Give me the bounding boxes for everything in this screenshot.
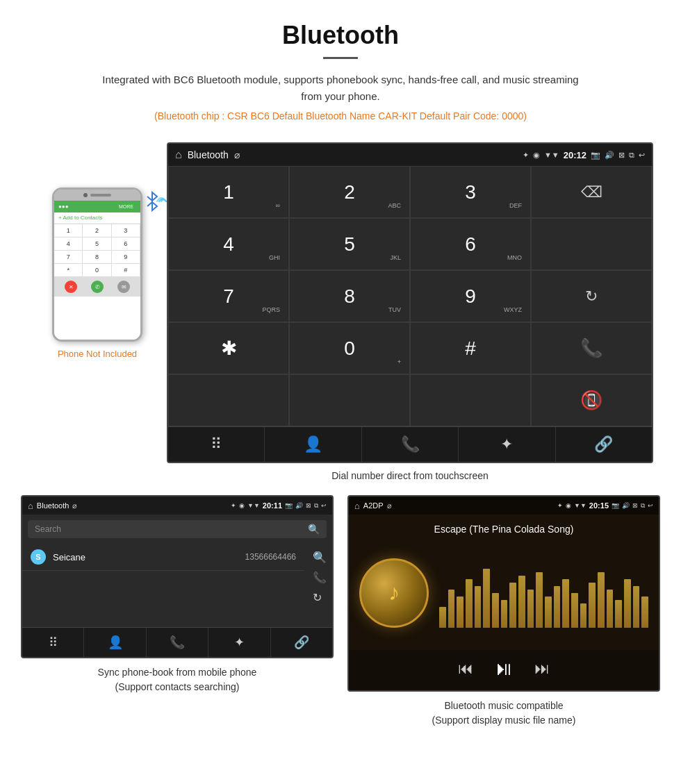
dial-key-8[interactable]: 8 TUV — [289, 270, 410, 322]
signal-icon: ▼▼ — [544, 151, 559, 159]
music-cam-icon: 📷 — [612, 502, 619, 509]
screen-title: Bluetooth — [188, 149, 229, 160]
skip-back-button[interactable]: ⏮ — [458, 660, 473, 678]
back-icon[interactable]: ↩ — [639, 151, 645, 160]
eq-bar — [439, 607, 446, 628]
play-pause-button[interactable]: ⏯ — [494, 657, 514, 680]
eq-bar — [492, 593, 499, 628]
music-screen-title: A2DP — [363, 501, 384, 510]
dialpad-nav-button[interactable]: ⠿ — [168, 427, 265, 462]
pb-home-icon[interactable]: ⌂ — [28, 501, 33, 511]
refresh-button[interactable]: ↻ — [531, 270, 652, 322]
dial-key-3[interactable]: 3 DEF — [410, 166, 531, 218]
music-close-icon: ⊠ — [632, 502, 638, 509]
music-status-bar: ⌂ A2DP ⌀ ✦ ◉ ▼▼ 20:15 📷 🔊 ⊠ ⧉ ↩ — [349, 497, 659, 515]
eq-bar — [518, 576, 525, 628]
dial-key-7[interactable]: 7 PQRS — [168, 270, 289, 322]
music-back-icon[interactable]: ↩ — [648, 502, 653, 509]
bluetooth-status-icon: ✦ — [523, 151, 529, 160]
pb-cam-icon: 📷 — [285, 502, 293, 509]
call-green-icon: 📞 — [580, 337, 602, 359]
phone-screen: ●●● MORE + Add to Contacts 1 2 3 4 5 6 7… — [54, 201, 140, 340]
phone-container: ●●● MORE + Add to Contacts 1 2 3 4 5 6 7… — [28, 142, 167, 359]
eq-bar — [615, 600, 622, 628]
music-home-icon[interactable]: ⌂ — [354, 501, 360, 511]
music-bt-icon: ✦ — [557, 502, 563, 509]
music-vol-icon: 🔊 — [622, 502, 630, 509]
status-right: ✦ ◉ ▼▼ 20:12 📷 🔊 ⊠ ⧉ ↩ — [523, 150, 645, 160]
pb-dialpad-button[interactable]: ⠿ — [22, 628, 84, 657]
contact-name: Seicane — [53, 552, 238, 562]
eq-bar — [624, 579, 631, 628]
music-main-area: ♪ — [349, 539, 659, 650]
dial-key-2[interactable]: 2 ABC — [289, 166, 410, 218]
bluetooth-nav-button[interactable]: ✦ — [459, 427, 555, 462]
pb-loc-icon: ◉ — [239, 502, 245, 509]
home-icon[interactable]: ⌂ — [175, 149, 182, 161]
phone-voicemail-button: ✉ — [117, 281, 130, 293]
dial-key-hash[interactable]: # — [410, 322, 531, 374]
phone-speaker-icon — [90, 194, 111, 197]
pb-contacts-button[interactable]: 👤 — [84, 628, 146, 657]
pb-search-side-icon[interactable]: 🔍 — [313, 551, 327, 564]
pb-phone-side-icon[interactable]: 📞 — [313, 571, 327, 584]
svg-line-1 — [147, 197, 152, 201]
dial-key-4[interactable]: 4 GHI — [168, 218, 289, 270]
eq-bar — [633, 586, 640, 628]
page-header: Bluetooth Integrated with BC6 Bluetooth … — [0, 0, 681, 142]
pb-back-icon[interactable]: ↩ — [321, 502, 327, 509]
pb-bt-icon: ✦ — [231, 502, 236, 509]
dial-key-9[interactable]: 9 WXYZ — [410, 270, 531, 322]
contact-phone: 13566664466 — [245, 552, 296, 562]
end-call-button[interactable]: 📵 — [531, 374, 652, 426]
dial-key-6[interactable]: 6 MNO — [410, 218, 531, 270]
eq-bar — [501, 600, 508, 628]
phonebook-side-icons: 🔍 📞 ↻ — [313, 547, 327, 608]
pb-status-left: ⌂ Bluetooth ⌀ — [28, 501, 77, 511]
eq-bar — [483, 569, 490, 628]
contacts-nav-button[interactable]: 👤 — [265, 427, 361, 462]
delete-icon: ⌫ — [581, 183, 602, 201]
main-screen-section: ●●● MORE + Add to Contacts 1 2 3 4 5 6 7… — [0, 142, 681, 495]
person-icon: 👤 — [304, 435, 322, 453]
phone-not-included-label: Phone Not Included — [58, 349, 137, 359]
pb-refresh-side-icon[interactable]: ↻ — [313, 591, 327, 604]
dial-key-1[interactable]: 1 ∞ — [168, 166, 289, 218]
dial-key-5[interactable]: 5 JKL — [289, 218, 410, 270]
bluetooth-nav-icon: ✦ — [500, 435, 513, 453]
phone-nav-button[interactable]: 📞 — [362, 427, 459, 462]
dial-key-0[interactable]: 0 + — [289, 322, 410, 374]
page-description: Integrated with BC6 Bluetooth module, su… — [97, 72, 584, 105]
link-nav-button[interactable]: 🔗 — [556, 427, 652, 462]
phonebook-screen: ⌂ Bluetooth ⌀ ✦ ◉ ▼▼ 20:11 📷 🔊 ⊠ ⧉ ↩ — [21, 495, 334, 658]
eq-bar — [589, 583, 596, 628]
pb-status-right: ✦ ◉ ▼▼ 20:11 📷 🔊 ⊠ ⧉ ↩ — [231, 501, 327, 510]
call-button[interactable]: 📞 — [531, 322, 652, 374]
pb-close-icon: ⊠ — [306, 502, 311, 509]
music-status-right: ✦ ◉ ▼▼ 20:15 📷 🔊 ⊠ ⧉ ↩ — [557, 501, 653, 510]
head-unit-screen: ⌂ Bluetooth ⌀ ✦ ◉ ▼▼ 20:12 📷 🔊 ⊠ ⧉ ↩ — [167, 142, 653, 463]
skip-forward-button[interactable]: ⏭ — [534, 660, 550, 678]
delete-button[interactable]: ⌫ — [531, 166, 652, 218]
phonebook-body: S Seicane 13566664466 🔍 📞 ↻ — [22, 544, 332, 627]
pb-phone-button[interactable]: 📞 — [147, 628, 208, 657]
phone-camera-icon — [83, 193, 88, 197]
dialpad-grid: 1 ∞ 2 ABC 3 DEF ⌫ 4 GHI — [168, 166, 652, 426]
phone-dialpad: 1 2 3 4 5 6 7 8 9 * 0 # — [54, 224, 140, 277]
contact-seicane[interactable]: S Seicane 13566664466 — [22, 544, 304, 571]
phonebook-search-bar[interactable]: Search 🔍 — [28, 520, 327, 538]
pb-vol-icon: 🔊 — [295, 502, 303, 509]
status-left: ⌂ Bluetooth ⌀ — [175, 149, 240, 161]
volume-icon: 🔊 — [605, 151, 614, 160]
refresh-icon: ↻ — [585, 287, 598, 306]
music-equalizer — [439, 558, 648, 628]
music-caption: Bluetooth music compatible (Support disp… — [347, 699, 660, 728]
pb-bt-button[interactable]: ✦ — [208, 628, 270, 657]
dial-key-star[interactable]: ✱ — [168, 322, 289, 374]
phonebook-status-bar: ⌂ Bluetooth ⌀ ✦ ◉ ▼▼ 20:11 📷 🔊 ⊠ ⧉ ↩ — [22, 497, 332, 515]
eq-bar — [554, 586, 561, 628]
end-call-icon: 📵 — [580, 390, 602, 411]
split-icon: ⧉ — [629, 151, 634, 160]
pb-screen-title: Bluetooth — [37, 501, 69, 510]
pb-link-button[interactable]: 🔗 — [271, 628, 332, 657]
